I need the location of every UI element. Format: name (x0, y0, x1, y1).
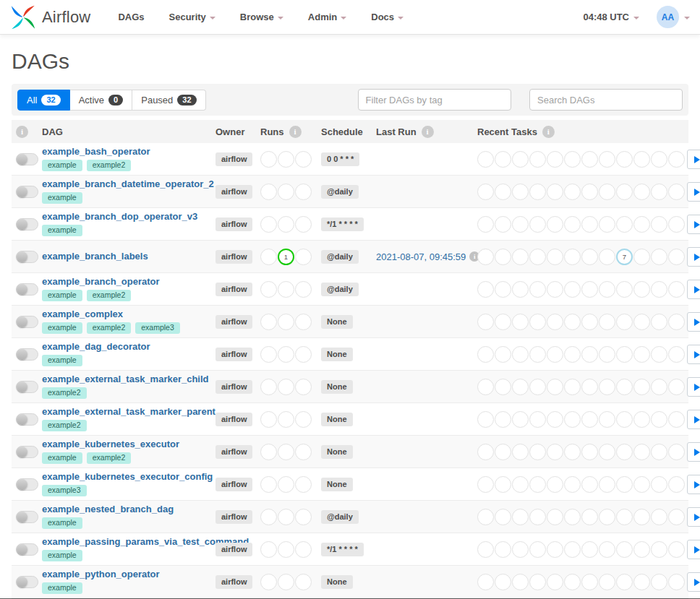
column-header-dag[interactable]: DAG (42, 126, 215, 137)
task-status-circle[interactable] (599, 151, 615, 168)
run-status-circle[interactable] (295, 346, 312, 363)
task-status-circle[interactable] (599, 476, 615, 493)
task-status-circle[interactable] (547, 281, 563, 298)
dag-name-link[interactable]: example_kubernetes_executor (42, 439, 215, 449)
task-status-circle[interactable] (599, 541, 615, 558)
task-status-circle[interactable] (564, 476, 581, 493)
tag-filter-input[interactable] (358, 89, 511, 111)
task-status-circle[interactable] (547, 509, 563, 525)
task-status-circle[interactable] (633, 411, 650, 428)
task-status-circle[interactable] (529, 541, 546, 558)
trigger-dag-button[interactable] (687, 247, 700, 267)
run-status-circle[interactable] (278, 411, 294, 428)
trigger-dag-button[interactable] (687, 280, 700, 299)
task-status-circle[interactable] (477, 346, 494, 363)
task-status-circle[interactable] (529, 444, 546, 460)
dag-name-link[interactable]: example_branch_labels (42, 251, 215, 262)
tag-pill[interactable]: example2 (87, 160, 132, 172)
task-status-circle[interactable] (564, 444, 581, 460)
task-status-circle[interactable] (581, 379, 598, 395)
task-status-circle[interactable] (564, 151, 581, 168)
task-status-circle[interactable] (668, 314, 685, 330)
task-status-circle[interactable] (495, 314, 511, 330)
dag-pause-toggle[interactable] (16, 511, 38, 523)
task-status-circle[interactable] (529, 509, 546, 525)
task-status-circle[interactable] (564, 184, 581, 200)
tag-pill[interactable]: example (42, 582, 82, 595)
task-status-circle[interactable] (564, 411, 581, 428)
run-status-circle[interactable] (278, 379, 294, 395)
task-status-circle[interactable] (668, 249, 685, 265)
task-status-circle[interactable] (529, 314, 546, 330)
task-status-circle[interactable] (599, 281, 615, 298)
run-status-circle[interactable] (278, 184, 294, 200)
dag-pause-toggle[interactable] (16, 381, 38, 393)
task-status-circle[interactable] (668, 574, 685, 590)
run-status-circle[interactable] (260, 574, 277, 590)
tag-pill[interactable]: example2 (42, 387, 87, 400)
tab-active[interactable]: Active0 (70, 90, 133, 111)
task-status-circle[interactable] (599, 314, 615, 330)
run-status-circle[interactable] (260, 476, 277, 493)
task-status-circle[interactable] (547, 444, 563, 460)
task-status-circle[interactable] (547, 574, 563, 590)
dag-pause-toggle[interactable] (16, 543, 38, 556)
run-status-circle[interactable] (295, 379, 312, 395)
task-status-circle[interactable] (495, 346, 511, 363)
task-status-circle[interactable] (633, 281, 650, 298)
run-status-circle[interactable] (295, 151, 312, 168)
task-status-circle[interactable] (668, 151, 685, 168)
task-status-circle[interactable] (633, 249, 650, 265)
task-status-circle[interactable] (547, 184, 563, 200)
tag-pill[interactable]: example (42, 517, 82, 530)
task-status-circle[interactable] (581, 541, 598, 558)
run-status-circle[interactable] (260, 541, 277, 558)
timezone-selector[interactable]: 04:48 UTC (583, 12, 639, 22)
task-status-circle[interactable] (547, 151, 563, 168)
task-status-circle[interactable] (512, 281, 529, 298)
tag-pill[interactable]: example2 (87, 452, 132, 465)
trigger-dag-button[interactable] (687, 572, 700, 592)
task-status-circle[interactable] (633, 476, 650, 493)
last-run-link[interactable]: 2021-08-07, 09:45:59 (376, 251, 466, 262)
task-status-circle[interactable] (633, 184, 650, 200)
dag-pause-toggle[interactable] (16, 218, 38, 230)
nav-item-security[interactable]: Security (169, 12, 215, 22)
trigger-dag-button[interactable] (687, 442, 700, 462)
task-status-circle[interactable] (599, 574, 615, 590)
dag-name-link[interactable]: example_dag_decorator (42, 342, 215, 352)
trigger-dag-button[interactable] (687, 540, 700, 559)
task-status-circle[interactable] (529, 216, 546, 233)
user-menu[interactable]: AA (657, 6, 690, 28)
task-status-circle[interactable] (477, 411, 494, 428)
run-status-circle[interactable] (260, 411, 277, 428)
task-status-circle[interactable] (495, 249, 511, 265)
task-status-circle[interactable] (495, 541, 511, 558)
run-status-circle[interactable] (260, 249, 277, 265)
task-status-circle[interactable] (547, 216, 563, 233)
dag-pause-toggle[interactable] (16, 348, 38, 361)
task-status-circle[interactable] (495, 281, 511, 298)
dag-name-link[interactable]: example_branch_datetime_operator_2 (42, 179, 215, 189)
task-status-circle[interactable] (616, 379, 633, 395)
dag-name-link[interactable]: example_python_operator (42, 569, 215, 579)
task-status-circle[interactable] (529, 151, 546, 168)
task-status-circle[interactable] (477, 541, 494, 558)
task-status-circle[interactable] (651, 476, 667, 493)
run-status-circle[interactable] (295, 476, 312, 493)
task-status-circle[interactable] (651, 216, 667, 233)
dag-pause-toggle[interactable] (16, 283, 38, 296)
run-status-circle[interactable] (278, 444, 294, 460)
task-status-circle[interactable] (599, 411, 615, 428)
task-status-circle[interactable] (668, 411, 685, 428)
task-status-circle[interactable] (512, 574, 529, 590)
info-icon[interactable]: i (542, 126, 555, 138)
task-status-circle[interactable] (495, 574, 511, 590)
tag-pill[interactable]: example3 (42, 485, 87, 497)
run-status-circle[interactable] (278, 509, 294, 525)
dag-name-link[interactable]: example_external_task_marker_child (42, 374, 215, 384)
task-status-circle[interactable] (495, 184, 511, 200)
run-status-circle[interactable] (260, 346, 277, 363)
task-status-circle[interactable] (581, 509, 598, 525)
task-status-circle[interactable] (651, 249, 667, 265)
